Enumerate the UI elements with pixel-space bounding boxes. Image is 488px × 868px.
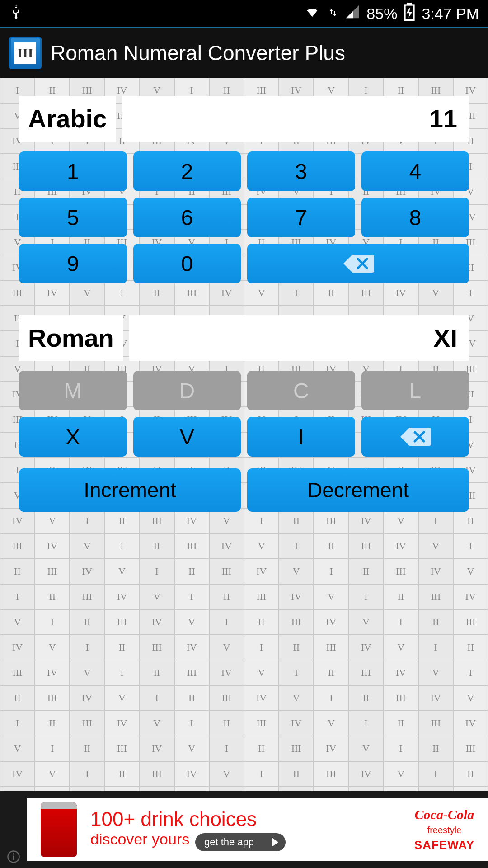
roman-backspace-button[interactable] bbox=[361, 417, 469, 457]
svg-rect-1 bbox=[407, 3, 412, 5]
safeway-logo: SAFEWAY bbox=[414, 838, 474, 852]
android-status-bar: 85% 3:47 PM bbox=[0, 0, 488, 27]
increment-button[interactable]: Increment bbox=[19, 468, 241, 512]
key-c: C bbox=[247, 371, 355, 410]
info-icon bbox=[7, 850, 20, 863]
backspace-icon bbox=[343, 254, 374, 274]
key-9[interactable]: 9 bbox=[19, 244, 127, 283]
action-row: Increment Decrement bbox=[19, 468, 469, 512]
key-7[interactable]: 7 bbox=[247, 198, 355, 237]
key-l: L bbox=[361, 371, 469, 410]
backspace-icon bbox=[399, 427, 431, 447]
key-m: M bbox=[19, 371, 127, 410]
battery-charging-icon bbox=[404, 3, 415, 24]
key-2[interactable]: 2 bbox=[133, 151, 241, 191]
svg-rect-4 bbox=[13, 856, 14, 860]
ad-cta[interactable]: get the app bbox=[195, 833, 286, 851]
key-5[interactable]: 5 bbox=[19, 198, 127, 237]
ad-subline: discover yours bbox=[90, 830, 189, 848]
key-1[interactable]: 1 bbox=[19, 151, 127, 191]
wifi-icon bbox=[303, 4, 321, 23]
data-sync-icon bbox=[328, 5, 338, 23]
key-d: D bbox=[133, 371, 241, 410]
roman-value: XI bbox=[129, 315, 469, 361]
key-v[interactable]: V bbox=[133, 417, 241, 457]
cell-signal-icon bbox=[345, 4, 360, 23]
usb-icon bbox=[9, 2, 24, 25]
key-x[interactable]: X bbox=[19, 417, 127, 457]
key-3[interactable]: 3 bbox=[247, 151, 355, 191]
arabic-value: 11 bbox=[122, 96, 469, 142]
roman-display-row: Roman XI bbox=[19, 315, 469, 361]
key-i[interactable]: I bbox=[247, 417, 355, 457]
app-header: III Roman Numeral Converter Plus bbox=[0, 27, 488, 78]
roman-label: Roman bbox=[19, 315, 123, 361]
ad-content[interactable]: 100+ drink choices discover yours get th… bbox=[27, 798, 488, 861]
arabic-keypad: 1 2 3 4 5 6 7 8 9 0 bbox=[19, 151, 469, 283]
arabic-display-row: Arabic 11 bbox=[19, 96, 469, 142]
arabic-backspace-button[interactable] bbox=[247, 244, 469, 283]
key-4[interactable]: 4 bbox=[361, 151, 469, 191]
svg-point-3 bbox=[13, 853, 14, 855]
main-content: IIIIIIIVVIIIIIIIVVIIIIIIIVVIIIIIIIVVIIII… bbox=[0, 78, 488, 791]
key-8[interactable]: 8 bbox=[361, 198, 469, 237]
key-0[interactable]: 0 bbox=[133, 244, 241, 283]
ad-banner[interactable]: 100+ drink choices discover yours get th… bbox=[0, 791, 488, 868]
ad-headline: 100+ drink choices bbox=[90, 808, 401, 830]
key-6[interactable]: 6 bbox=[133, 198, 241, 237]
clock-time: 3:47 PM bbox=[422, 5, 479, 23]
svg-text:get the app: get the app bbox=[204, 836, 254, 848]
ad-brand-logos: Coca-Cola freestyle SAFEWAY bbox=[414, 807, 474, 852]
freestyle-logo: freestyle bbox=[427, 825, 462, 835]
app-title: Roman Numeral Converter Plus bbox=[51, 41, 345, 65]
app-icon: III bbox=[9, 37, 42, 69]
ad-product-image bbox=[41, 802, 77, 857]
arabic-label: Arabic bbox=[19, 96, 116, 142]
roman-keypad: M D C L X V I bbox=[19, 371, 469, 457]
roman-three-icon: III bbox=[14, 42, 36, 64]
battery-percent: 85% bbox=[366, 5, 397, 23]
ad-info-button[interactable] bbox=[0, 791, 27, 868]
decrement-button[interactable]: Decrement bbox=[247, 468, 469, 512]
coca-cola-logo: Coca-Cola bbox=[415, 807, 474, 822]
